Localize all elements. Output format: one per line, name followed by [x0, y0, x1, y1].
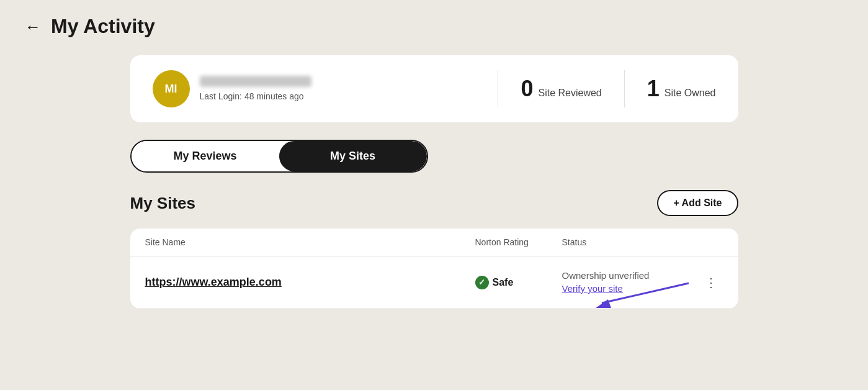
safe-label: Safe — [493, 277, 514, 288]
col-header-status: Status — [562, 237, 699, 247]
tab-my-sites[interactable]: My Sites — [279, 141, 427, 171]
last-login-text: Last Login: 48 minutes ago — [200, 91, 304, 101]
site-reviewed-label: Site Reviewed — [538, 88, 601, 99]
sites-section: My Sites + Add Site Site Name Norton Rat… — [130, 190, 738, 309]
table-row: https://www.example.com Safe Ownership u… — [130, 256, 738, 309]
table-header: Site Name Norton Rating Status — [130, 229, 738, 256]
stats-divider-2 — [624, 70, 625, 107]
avatar: MI — [153, 70, 190, 107]
page-container: ← My Activity MI Last Login: 48 minutes … — [0, 0, 868, 324]
ownership-status-text: Ownership unverified — [562, 270, 699, 281]
add-site-button[interactable]: + Add Site — [657, 190, 738, 216]
site-owned-count: 1 — [647, 76, 660, 102]
site-owned-label: Site Owned — [664, 88, 716, 99]
sites-section-title: My Sites — [130, 194, 196, 213]
user-info: Last Login: 48 minutes ago — [200, 76, 476, 102]
page-header: ← My Activity — [25, 15, 843, 38]
site-reviewed-count: 0 — [521, 76, 533, 102]
site-owned-stat: 1 Site Owned — [647, 76, 716, 102]
page-title: My Activity — [51, 15, 155, 38]
tab-my-reviews[interactable]: My Reviews — [132, 141, 279, 171]
site-reviewed-stat: 0 Site Reviewed — [521, 76, 601, 102]
col-header-norton-rating: Norton Rating — [475, 237, 562, 247]
tabs-container: My Reviews My Sites — [130, 140, 738, 173]
profile-card: MI Last Login: 48 minutes ago 0 Site Rev… — [130, 55, 738, 122]
back-button[interactable]: ← — [25, 19, 41, 35]
tabs-toggle: My Reviews My Sites — [130, 140, 428, 173]
norton-rating-cell: Safe — [475, 276, 562, 289]
col-header-site-name: Site Name — [145, 237, 475, 247]
more-options-button[interactable]: ⋮ — [699, 275, 723, 290]
sites-header: My Sites + Add Site — [130, 190, 738, 216]
sites-table: Site Name Norton Rating Status https://w… — [130, 229, 738, 309]
safe-checkmark-icon — [475, 276, 489, 289]
site-url-link[interactable]: https://www.example.com — [145, 276, 475, 289]
svg-marker-1 — [596, 299, 611, 308]
user-name-blurred — [200, 76, 311, 87]
stats-divider — [498, 70, 498, 107]
verify-site-link[interactable]: Verify your site — [562, 283, 623, 294]
status-cell: Ownership unverified Verify your site — [562, 270, 699, 294]
